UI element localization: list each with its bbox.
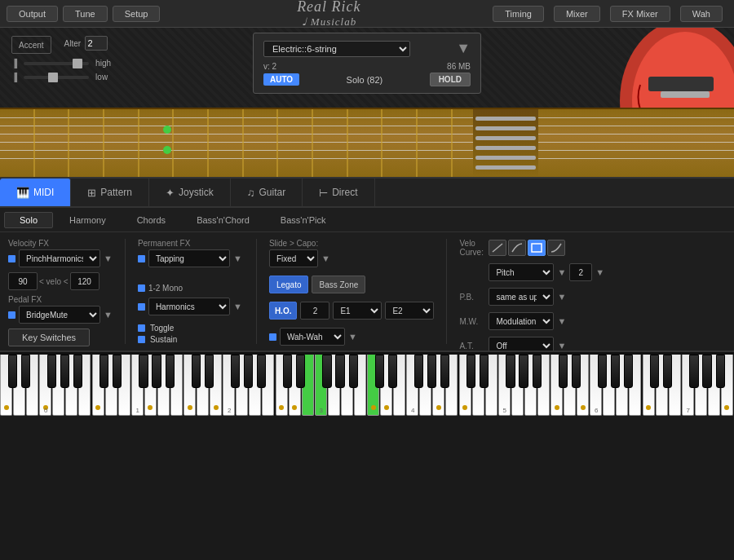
auto-button[interactable]: AUTO: [263, 73, 299, 86]
black-key[interactable]: [283, 355, 292, 388]
permanent-fx-select[interactable]: Tapping: [148, 249, 230, 267]
black-key[interactable]: [192, 355, 201, 388]
black-key[interactable]: [21, 355, 30, 388]
black-key[interactable]: [375, 355, 384, 388]
toggle-label: Toggle: [150, 324, 174, 333]
subtab-chords[interactable]: Chords: [122, 213, 180, 227]
slide-capo-label: Slide > Capo:: [269, 239, 435, 248]
black-key[interactable]: [60, 355, 69, 388]
subtab-bassn-pick[interactable]: Bass'n'Pick: [266, 213, 341, 227]
e1-select[interactable]: E1: [333, 302, 382, 320]
black-key[interactable]: [296, 355, 305, 388]
hold-button[interactable]: HOLD: [430, 73, 471, 86]
black-key[interactable]: [322, 355, 331, 388]
black-key[interactable]: [231, 355, 240, 388]
velo-max-input[interactable]: [70, 272, 99, 290]
off-select[interactable]: Off: [489, 337, 554, 351]
slide-capo-group: Slide > Capo: Fixed ▼ Legato Bass Zone H…: [269, 239, 435, 344]
setup-button[interactable]: Setup: [113, 6, 161, 22]
black-key[interactable]: [166, 355, 175, 388]
wah-button[interactable]: Wah: [680, 6, 723, 22]
black-key[interactable]: [47, 355, 56, 388]
tune-button[interactable]: Tune: [63, 6, 108, 22]
black-key[interactable]: [427, 355, 436, 388]
black-key[interactable]: [689, 355, 698, 388]
black-key[interactable]: [335, 355, 344, 388]
black-key[interactable]: [506, 355, 515, 388]
instrument-select[interactable]: Electric::6-string: [263, 41, 410, 57]
black-key[interactable]: [99, 355, 108, 388]
subtab-harmony[interactable]: Harmony: [55, 213, 121, 227]
pitch-arrow: ▼: [557, 267, 566, 277]
top-right-buttons: Timing Mixer FX Mixer Wah: [493, 6, 727, 22]
harmonics-dot: [138, 303, 145, 311]
black-key[interactable]: [611, 355, 620, 388]
same-as-up-select[interactable]: same as up: [489, 288, 554, 306]
ho-button[interactable]: H.O.: [269, 302, 298, 320]
tab-pattern[interactable]: ⊞ Pattern: [71, 179, 149, 206]
black-key[interactable]: [257, 355, 266, 388]
black-key[interactable]: [8, 355, 17, 388]
key-switches-button[interactable]: Key Switches: [8, 329, 90, 346]
fixed-arrow: ▼: [321, 254, 330, 263]
tab-joystick[interactable]: ✦ Joystick: [149, 179, 231, 206]
black-key[interactable]: [244, 355, 253, 388]
permanent-fx-label: Permanent FX: [138, 239, 244, 248]
tab-guitar[interactable]: ♫ Guitar: [231, 179, 303, 206]
black-key[interactable]: [559, 355, 568, 388]
mixer-button[interactable]: Mixer: [554, 6, 600, 22]
black-key[interactable]: [414, 355, 423, 388]
black-key[interactable]: [598, 355, 607, 388]
app-title: Real Rick ♩ Musiclab: [165, 0, 493, 29]
black-key[interactable]: [480, 355, 489, 388]
black-key[interactable]: [572, 355, 581, 388]
guitar-neck: [0, 108, 734, 177]
black-key[interactable]: [73, 355, 82, 388]
fx-mixer-button[interactable]: FX Mixer: [610, 6, 670, 22]
timing-button[interactable]: Timing: [493, 6, 544, 22]
pedal-fx-select[interactable]: BridgeMute: [19, 306, 100, 324]
black-key[interactable]: [624, 355, 633, 388]
ho-value[interactable]: [300, 302, 329, 320]
direct-icon: ⊢: [319, 187, 328, 199]
black-key[interactable]: [205, 355, 214, 388]
fixed-select[interactable]: Fixed: [269, 249, 318, 267]
bass-zone-button[interactable]: Bass Zone: [312, 276, 365, 293]
black-key[interactable]: [702, 355, 711, 388]
black-key[interactable]: [388, 355, 397, 388]
modulation-select[interactable]: Modulation: [489, 312, 554, 330]
black-key[interactable]: [533, 355, 542, 388]
permanent-arrow: ▼: [233, 254, 242, 263]
harmonics-select[interactable]: Harmonics: [148, 298, 230, 315]
subtab-solo[interactable]: Solo: [4, 212, 53, 228]
legato-button[interactable]: Legato: [269, 276, 309, 293]
velo-curve-btn-1[interactable]: [489, 240, 506, 256]
tab-midi[interactable]: 🎹 MIDI: [0, 179, 71, 206]
subtab-bassn-chord[interactable]: Bass'n'Chord: [182, 213, 264, 227]
output-button[interactable]: Output: [7, 6, 58, 22]
black-key[interactable]: [139, 355, 148, 388]
velo-curve-btn-4[interactable]: [547, 240, 565, 256]
wah-select[interactable]: Wah-Wah: [280, 328, 345, 346]
pitch-select[interactable]: Pitch: [489, 263, 554, 281]
black-key[interactable]: [466, 355, 475, 388]
right-panel: Velo Curve: Pitch ▼: [459, 239, 622, 344]
alter-input[interactable]: [85, 36, 108, 51]
black-key[interactable]: [440, 355, 449, 388]
velo-curve-btn-2[interactable]: [508, 240, 526, 256]
black-key[interactable]: [349, 355, 358, 388]
tab-direct[interactable]: ⊢ Direct: [303, 179, 374, 206]
black-key[interactable]: [152, 355, 161, 388]
pitch-value[interactable]: [569, 263, 592, 281]
velo-curve-btn-3[interactable]: [528, 240, 546, 256]
black-key[interactable]: [663, 355, 672, 388]
black-key[interactable]: [113, 355, 122, 388]
sub-tabs: Solo Harmony Chords Bass'n'Chord Bass'n'…: [0, 208, 734, 232]
black-key[interactable]: [650, 355, 659, 388]
black-key[interactable]: [519, 355, 528, 388]
black-key[interactable]: [716, 355, 725, 388]
velocity-fx-select[interactable]: PinchHarmonics: [19, 249, 100, 267]
e2-select[interactable]: E2: [385, 302, 434, 320]
size-info: 86 MB: [447, 62, 471, 71]
velo-min-input[interactable]: [8, 272, 38, 290]
